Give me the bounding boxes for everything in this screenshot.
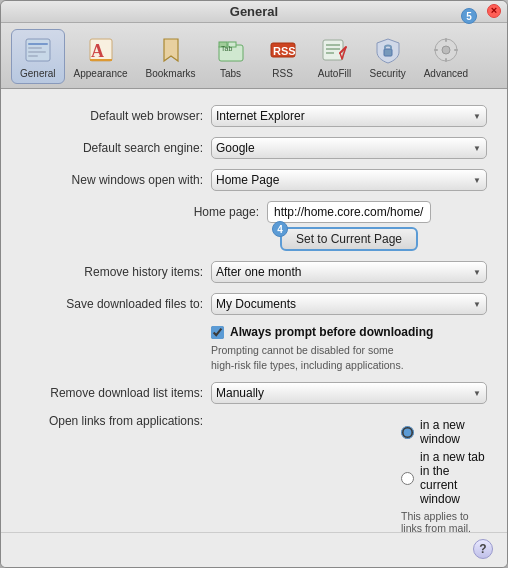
toolbar: General A Appearance Bookmarks	[1, 23, 507, 89]
autofill-icon	[319, 34, 351, 66]
window-controls: 5	[487, 4, 501, 18]
search-engine-control: Google	[211, 137, 487, 159]
toolbar-advanced[interactable]: Advanced	[415, 29, 477, 84]
preferences-window: General 5 General	[0, 0, 508, 568]
svg-rect-1	[28, 43, 48, 45]
toolbar-appearance[interactable]: A Appearance	[65, 29, 137, 84]
svg-rect-14	[323, 40, 343, 60]
remove-download-control: Manually	[211, 382, 487, 404]
search-engine-select-wrapper: Google	[211, 137, 487, 159]
home-page-row: Home page: 4 Set to Current Page	[21, 201, 487, 251]
toolbar-general[interactable]: General	[11, 29, 65, 84]
svg-text:A: A	[91, 41, 104, 61]
svg-rect-21	[445, 38, 447, 42]
toolbar-appearance-label: Appearance	[74, 68, 128, 79]
svg-text:Tab: Tab	[221, 45, 232, 52]
default-browser-row: Default web browser: Internet Explorer	[21, 105, 487, 127]
open-links-new-tab-radio[interactable]	[401, 472, 414, 485]
toolbar-general-label: General	[20, 68, 56, 79]
badge-5: 5	[461, 8, 477, 24]
prompt-hint: Prompting cannot be disabled for somehig…	[21, 343, 487, 372]
open-links-new-tab-row: in a new tab in the current window	[211, 450, 487, 506]
remove-history-row: Remove history items: After one month	[21, 261, 487, 283]
toolbar-bookmarks[interactable]: Bookmarks	[137, 29, 205, 84]
always-prompt-row: Always prompt before downloading	[21, 325, 487, 339]
default-browser-label: Default web browser:	[21, 109, 211, 123]
remove-download-select[interactable]: Manually	[211, 382, 487, 404]
svg-rect-0	[26, 39, 50, 61]
search-engine-select[interactable]: Google	[211, 137, 487, 159]
home-page-btn-row: 4 Set to Current Page	[90, 227, 418, 251]
general-icon	[22, 34, 54, 66]
toolbar-tabs-label: Tabs	[220, 68, 241, 79]
save-downloads-select-wrapper: My Documents	[211, 293, 487, 315]
svg-rect-22	[445, 58, 447, 62]
save-downloads-label: Save downloaded files to:	[21, 297, 211, 311]
new-windows-label: New windows open with:	[21, 173, 211, 187]
always-prompt-checkbox[interactable]	[211, 326, 224, 339]
open-links-control: in a new window in a new tab in the curr…	[211, 418, 487, 532]
toolbar-tabs[interactable]: Tab Tabs	[205, 29, 257, 84]
svg-rect-24	[454, 49, 458, 51]
svg-point-20	[442, 46, 450, 54]
toolbar-security[interactable]: Security	[361, 29, 415, 84]
toolbar-autofill[interactable]: AutoFill	[309, 29, 361, 84]
svg-rect-2	[28, 47, 42, 49]
home-page-control	[267, 201, 431, 223]
open-links-hint: This applies to links from mail, etc.	[211, 510, 487, 532]
save-downloads-control: My Documents	[211, 293, 487, 315]
preferences-content: Default web browser: Internet Explorer D…	[1, 89, 507, 532]
open-links-new-window-label: in a new window	[420, 418, 487, 446]
toolbar-advanced-label: Advanced	[424, 68, 468, 79]
remove-download-select-wrapper: Manually	[211, 382, 487, 404]
new-windows-control: Home Page	[211, 169, 487, 191]
tabs-icon: Tab	[215, 34, 247, 66]
save-downloads-select[interactable]: My Documents	[211, 293, 487, 315]
appearance-icon: A	[85, 34, 117, 66]
title-bar: General 5	[1, 1, 507, 23]
svg-rect-4	[28, 55, 38, 57]
open-links-row: Open links from applications: in a new w…	[21, 414, 487, 532]
advanced-icon	[430, 34, 462, 66]
toolbar-rss[interactable]: RSS RSS	[257, 29, 309, 84]
window-title: General	[230, 4, 278, 19]
remove-history-select-wrapper: After one month	[211, 261, 487, 283]
security-icon	[372, 34, 404, 66]
open-links-new-window-row: in a new window	[211, 418, 487, 446]
badge-4: 4	[272, 221, 288, 237]
save-downloads-row: Save downloaded files to: My Documents	[21, 293, 487, 315]
new-windows-select[interactable]: Home Page	[211, 169, 487, 191]
help-button[interactable]: ?	[473, 539, 493, 559]
svg-text:RSS: RSS	[273, 45, 296, 57]
always-prompt-label: Always prompt before downloading	[230, 325, 433, 339]
svg-rect-18	[384, 49, 392, 56]
toolbar-autofill-label: AutoFill	[318, 68, 351, 79]
remove-history-select[interactable]: After one month	[211, 261, 487, 283]
svg-rect-23	[434, 49, 438, 51]
set-current-page-button[interactable]: 4 Set to Current Page	[280, 227, 418, 251]
search-engine-row: Default search engine: Google	[21, 137, 487, 159]
open-links-new-tab-label: in a new tab in the current window	[420, 450, 487, 506]
open-links-new-window-radio[interactable]	[401, 426, 414, 439]
footer: ?	[1, 532, 507, 567]
toolbar-security-label: Security	[370, 68, 406, 79]
rss-icon: RSS	[267, 34, 299, 66]
default-browser-select[interactable]: Internet Explorer	[211, 105, 487, 127]
bookmarks-icon	[155, 34, 187, 66]
remove-download-label: Remove download list items:	[21, 386, 211, 400]
default-browser-control: Internet Explorer	[211, 105, 487, 127]
home-page-top: Home page:	[77, 201, 431, 223]
toolbar-rss-label: RSS	[272, 68, 293, 79]
new-windows-select-wrapper: Home Page	[211, 169, 487, 191]
svg-rect-3	[28, 51, 46, 53]
default-browser-select-wrapper: Internet Explorer	[211, 105, 487, 127]
new-windows-row: New windows open with: Home Page	[21, 169, 487, 191]
toolbar-bookmarks-label: Bookmarks	[146, 68, 196, 79]
close-button[interactable]	[487, 4, 501, 18]
open-links-label: Open links from applications:	[21, 414, 211, 428]
remove-download-row: Remove download list items: Manually	[21, 382, 487, 404]
search-engine-label: Default search engine:	[21, 141, 211, 155]
remove-history-control: After one month	[211, 261, 487, 283]
remove-history-label: Remove history items:	[21, 265, 211, 279]
home-page-input[interactable]	[267, 201, 431, 223]
